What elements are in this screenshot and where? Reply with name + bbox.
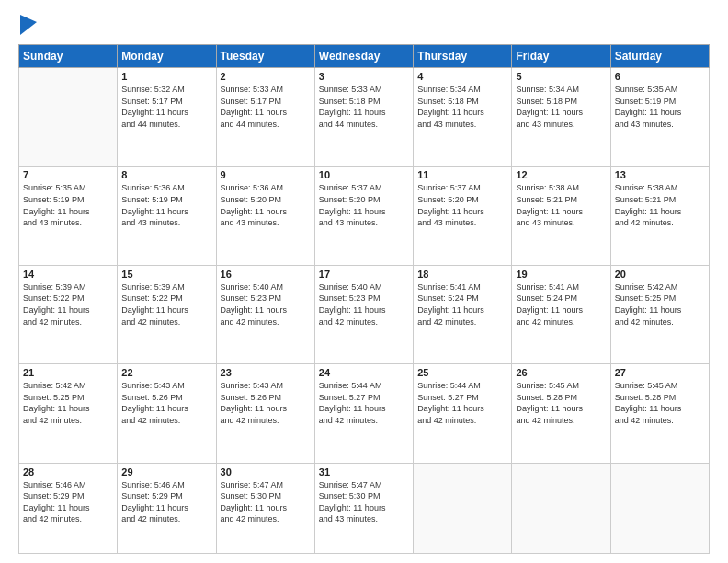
calendar-table: SundayMondayTuesdayWednesdayThursdayFrid… [18, 44, 710, 554]
day-info: Sunrise: 5:38 AMSunset: 5:21 PMDaylight:… [615, 182, 705, 228]
day-info: Sunrise: 5:47 AMSunset: 5:30 PMDaylight:… [221, 479, 311, 525]
day-info: Sunrise: 5:37 AMSunset: 5:20 PMDaylight:… [319, 182, 409, 228]
day-number: 26 [516, 367, 606, 378]
calendar-cell: 17Sunrise: 5:40 AMSunset: 5:23 PMDayligh… [314, 265, 413, 363]
day-number: 14 [23, 269, 113, 280]
calendar-cell: 27Sunrise: 5:45 AMSunset: 5:28 PMDayligh… [610, 364, 709, 463]
day-info: Sunrise: 5:36 AMSunset: 5:20 PMDaylight:… [221, 182, 311, 228]
page: SundayMondayTuesdayWednesdayThursdayFrid… [0, 0, 728, 563]
calendar-cell: 19Sunrise: 5:41 AMSunset: 5:24 PMDayligh… [512, 265, 610, 363]
calendar-cell: 20Sunrise: 5:42 AMSunset: 5:25 PMDayligh… [610, 265, 709, 363]
calendar-cell: 21Sunrise: 5:42 AMSunset: 5:25 PMDayligh… [19, 364, 118, 463]
calendar-cell: 12Sunrise: 5:38 AMSunset: 5:21 PMDayligh… [512, 167, 610, 265]
day-number: 24 [319, 367, 409, 378]
weekday-header-monday: Monday [118, 45, 216, 68]
calendar-week-row: 28Sunrise: 5:46 AMSunset: 5:29 PMDayligh… [19, 463, 710, 553]
day-number: 13 [615, 169, 705, 180]
day-info: Sunrise: 5:35 AMSunset: 5:19 PMDaylight:… [615, 84, 705, 130]
day-number: 4 [417, 71, 507, 82]
day-info: Sunrise: 5:44 AMSunset: 5:27 PMDaylight:… [417, 380, 507, 426]
calendar-cell: 3Sunrise: 5:33 AMSunset: 5:18 PMDaylight… [314, 68, 413, 167]
calendar-cell [414, 463, 512, 553]
day-number: 29 [121, 466, 211, 477]
day-info: Sunrise: 5:39 AMSunset: 5:22 PMDaylight:… [23, 282, 113, 327]
day-number: 9 [221, 169, 311, 180]
day-info: Sunrise: 5:38 AMSunset: 5:21 PMDaylight:… [516, 182, 606, 228]
day-number: 27 [615, 367, 705, 378]
day-number: 1 [121, 71, 211, 82]
weekday-header-tuesday: Tuesday [216, 45, 314, 68]
day-info: Sunrise: 5:37 AMSunset: 5:20 PMDaylight:… [417, 182, 507, 228]
weekday-header-wednesday: Wednesday [314, 45, 413, 68]
day-number: 16 [221, 269, 311, 280]
calendar-cell: 11Sunrise: 5:37 AMSunset: 5:20 PMDayligh… [414, 167, 512, 265]
weekday-header-sunday: Sunday [19, 45, 118, 68]
day-info: Sunrise: 5:34 AMSunset: 5:18 PMDaylight:… [417, 84, 507, 130]
day-info: Sunrise: 5:47 AMSunset: 5:30 PMDaylight:… [319, 479, 409, 525]
day-number: 11 [417, 169, 507, 180]
logo [18, 17, 37, 35]
day-number: 3 [319, 71, 409, 82]
calendar-week-row: 21Sunrise: 5:42 AMSunset: 5:25 PMDayligh… [19, 364, 710, 463]
calendar-cell: 28Sunrise: 5:46 AMSunset: 5:29 PMDayligh… [19, 463, 118, 553]
svg-marker-0 [20, 15, 37, 35]
day-number: 30 [221, 466, 311, 477]
calendar-cell: 25Sunrise: 5:44 AMSunset: 5:27 PMDayligh… [414, 364, 512, 463]
calendar-cell: 30Sunrise: 5:47 AMSunset: 5:30 PMDayligh… [216, 463, 314, 553]
day-info: Sunrise: 5:43 AMSunset: 5:26 PMDaylight:… [221, 380, 311, 426]
day-number: 18 [417, 269, 507, 280]
calendar-header-row: SundayMondayTuesdayWednesdayThursdayFrid… [19, 45, 710, 68]
day-number: 19 [516, 269, 606, 280]
day-number: 31 [319, 466, 409, 477]
calendar-cell: 23Sunrise: 5:43 AMSunset: 5:26 PMDayligh… [216, 364, 314, 463]
calendar-cell: 18Sunrise: 5:41 AMSunset: 5:24 PMDayligh… [414, 265, 512, 363]
day-info: Sunrise: 5:46 AMSunset: 5:29 PMDaylight:… [121, 479, 211, 525]
weekday-header-friday: Friday [512, 45, 610, 68]
day-number: 8 [121, 169, 211, 180]
day-info: Sunrise: 5:42 AMSunset: 5:25 PMDaylight:… [23, 380, 113, 426]
calendar-cell [19, 68, 118, 167]
day-number: 15 [121, 269, 211, 280]
logo-icon [20, 15, 37, 35]
day-info: Sunrise: 5:45 AMSunset: 5:28 PMDaylight:… [516, 380, 606, 426]
day-info: Sunrise: 5:32 AMSunset: 5:17 PMDaylight:… [121, 84, 211, 130]
header [18, 17, 710, 35]
day-info: Sunrise: 5:43 AMSunset: 5:26 PMDaylight:… [121, 380, 211, 426]
calendar-cell: 16Sunrise: 5:40 AMSunset: 5:23 PMDayligh… [216, 265, 314, 363]
day-info: Sunrise: 5:45 AMSunset: 5:28 PMDaylight:… [615, 380, 705, 426]
day-number: 17 [319, 269, 409, 280]
day-info: Sunrise: 5:40 AMSunset: 5:23 PMDaylight:… [221, 282, 311, 327]
day-number: 20 [615, 269, 705, 280]
calendar-week-row: 1Sunrise: 5:32 AMSunset: 5:17 PMDaylight… [19, 68, 710, 167]
day-info: Sunrise: 5:41 AMSunset: 5:24 PMDaylight:… [516, 282, 606, 327]
calendar-cell: 8Sunrise: 5:36 AMSunset: 5:19 PMDaylight… [118, 167, 216, 265]
day-number: 22 [121, 367, 211, 378]
day-info: Sunrise: 5:46 AMSunset: 5:29 PMDaylight:… [23, 479, 113, 525]
day-number: 23 [221, 367, 311, 378]
calendar-cell: 24Sunrise: 5:44 AMSunset: 5:27 PMDayligh… [314, 364, 413, 463]
day-info: Sunrise: 5:36 AMSunset: 5:19 PMDaylight:… [121, 182, 211, 228]
calendar-cell: 22Sunrise: 5:43 AMSunset: 5:26 PMDayligh… [118, 364, 216, 463]
calendar-week-row: 14Sunrise: 5:39 AMSunset: 5:22 PMDayligh… [19, 265, 710, 363]
calendar-cell: 4Sunrise: 5:34 AMSunset: 5:18 PMDaylight… [414, 68, 512, 167]
weekday-header-saturday: Saturday [610, 45, 709, 68]
day-number: 10 [319, 169, 409, 180]
calendar-cell [610, 463, 709, 553]
day-info: Sunrise: 5:33 AMSunset: 5:17 PMDaylight:… [221, 84, 311, 130]
day-number: 7 [23, 169, 113, 180]
calendar-cell: 5Sunrise: 5:34 AMSunset: 5:18 PMDaylight… [512, 68, 610, 167]
day-number: 6 [615, 71, 705, 82]
calendar-cell: 2Sunrise: 5:33 AMSunset: 5:17 PMDaylight… [216, 68, 314, 167]
day-number: 2 [221, 71, 311, 82]
day-number: 21 [23, 367, 113, 378]
day-number: 28 [23, 466, 113, 477]
day-info: Sunrise: 5:42 AMSunset: 5:25 PMDaylight:… [615, 282, 705, 327]
weekday-header-thursday: Thursday [414, 45, 512, 68]
day-info: Sunrise: 5:39 AMSunset: 5:22 PMDaylight:… [121, 282, 211, 327]
calendar-cell: 10Sunrise: 5:37 AMSunset: 5:20 PMDayligh… [314, 167, 413, 265]
day-info: Sunrise: 5:44 AMSunset: 5:27 PMDaylight:… [319, 380, 409, 426]
calendar-cell: 29Sunrise: 5:46 AMSunset: 5:29 PMDayligh… [118, 463, 216, 553]
calendar-cell: 13Sunrise: 5:38 AMSunset: 5:21 PMDayligh… [610, 167, 709, 265]
calendar-cell: 7Sunrise: 5:35 AMSunset: 5:19 PMDaylight… [19, 167, 118, 265]
calendar-cell: 26Sunrise: 5:45 AMSunset: 5:28 PMDayligh… [512, 364, 610, 463]
